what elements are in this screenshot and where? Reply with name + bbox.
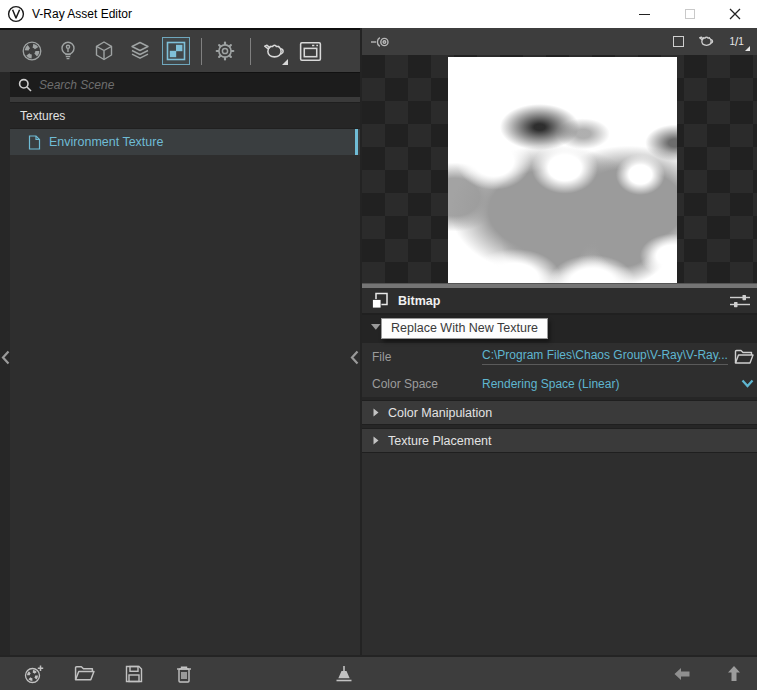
toolbar-divider bbox=[250, 38, 251, 65]
open-file-button[interactable] bbox=[73, 663, 95, 685]
color-space-value[interactable]: Rendering Space (Linear) bbox=[482, 377, 741, 391]
collapse-properties-chevron[interactable] bbox=[350, 350, 359, 365]
texture-slot-row: Replace With New Texture bbox=[362, 315, 757, 343]
open-folder-icon bbox=[734, 349, 754, 365]
swatch-square-icon bbox=[673, 36, 684, 47]
section-color-manipulation[interactable]: Color Manipulation bbox=[362, 400, 757, 425]
delete-button[interactable] bbox=[173, 663, 195, 685]
file-field-row: File C:\Program Files\Chaos Group\V-Ray\… bbox=[362, 343, 757, 370]
frame-buffer-icon bbox=[297, 38, 324, 65]
preview-swatch-button[interactable] bbox=[673, 36, 684, 47]
maximize-icon bbox=[685, 9, 695, 19]
materials-tab[interactable] bbox=[18, 37, 46, 65]
close-button[interactable] bbox=[712, 0, 757, 28]
search-bar bbox=[10, 72, 360, 97]
render-teapot-icon bbox=[697, 32, 716, 51]
frame-ratio-button[interactable]: 1/1 bbox=[729, 35, 749, 49]
list-item-label: Environment Texture bbox=[49, 135, 163, 149]
save-button[interactable] bbox=[123, 663, 145, 685]
maximize-button[interactable] bbox=[667, 0, 712, 28]
texture-preview-image bbox=[448, 57, 677, 283]
preview-toolbar: 1/1 bbox=[362, 28, 757, 55]
selection-indicator bbox=[355, 129, 358, 155]
browse-file-button[interactable] bbox=[734, 349, 754, 365]
ratio-dropdown-icon bbox=[745, 46, 750, 51]
render-button[interactable] bbox=[260, 37, 288, 65]
properties-empty-area bbox=[362, 453, 757, 655]
properties-title: Bitmap bbox=[398, 294, 440, 308]
asset-panel: Textures Environment Texture bbox=[0, 28, 360, 655]
sliders-icon[interactable] bbox=[729, 293, 751, 309]
bitmap-header: Bitmap bbox=[362, 288, 757, 315]
delete-icon bbox=[174, 664, 194, 684]
back-button[interactable] bbox=[671, 663, 693, 685]
section-label: Texture Placement bbox=[388, 434, 492, 448]
color-space-dropdown-button[interactable] bbox=[741, 379, 754, 388]
list-item-environment-texture[interactable]: Environment Texture bbox=[10, 129, 360, 155]
file-label: File bbox=[362, 350, 482, 364]
preview-render-button[interactable] bbox=[697, 32, 716, 51]
materials-icon bbox=[20, 39, 44, 63]
layers-icon bbox=[128, 39, 152, 63]
vray-logo-icon bbox=[7, 5, 25, 23]
tooltip: Replace With New Texture bbox=[381, 318, 548, 339]
chevron-down-icon bbox=[741, 379, 754, 388]
vray-asset-editor-window: V-Ray Asset Editor bbox=[0, 0, 757, 690]
geometry-icon bbox=[92, 39, 116, 63]
search-input[interactable] bbox=[39, 78, 352, 92]
category-toolbar bbox=[0, 28, 360, 72]
asset-list-empty-area bbox=[10, 155, 360, 655]
titlebar: V-Ray Asset Editor bbox=[0, 0, 757, 28]
up-button[interactable] bbox=[723, 663, 745, 685]
search-icon bbox=[18, 78, 32, 92]
close-icon bbox=[729, 8, 741, 20]
slot-dropdown-icon[interactable] bbox=[371, 324, 381, 330]
live-preview-button[interactable] bbox=[370, 33, 392, 51]
render-dropdown-icon bbox=[282, 59, 288, 65]
properties-panel: 1/1 Bitmap bbox=[360, 28, 757, 655]
preview-checker-area bbox=[362, 55, 757, 283]
minimize-button[interactable] bbox=[622, 0, 667, 28]
live-preview-icon bbox=[370, 33, 392, 51]
settings-gear-icon bbox=[213, 39, 237, 63]
bitmap-icon bbox=[370, 291, 390, 311]
group-label: Textures bbox=[20, 109, 65, 123]
back-arrow-icon bbox=[673, 667, 691, 681]
expand-arrow-icon bbox=[373, 436, 379, 445]
layers-tab[interactable] bbox=[126, 37, 154, 65]
add-asset-button[interactable] bbox=[23, 663, 45, 685]
geometry-tab[interactable] bbox=[90, 37, 118, 65]
textures-group-header: Textures bbox=[10, 103, 360, 129]
open-folder-icon bbox=[74, 665, 95, 682]
up-arrow-icon bbox=[727, 665, 741, 682]
add-asset-icon bbox=[23, 663, 45, 685]
expand-arrow-icon bbox=[373, 408, 379, 417]
color-space-label: Color Space bbox=[362, 377, 482, 391]
file-path-value[interactable]: C:\Program Files\Chaos Group\V-Ray\V-Ray… bbox=[482, 348, 728, 365]
frame-buffer-button[interactable] bbox=[296, 37, 324, 65]
textures-tab[interactable] bbox=[162, 37, 190, 65]
minimize-icon bbox=[639, 14, 650, 15]
purge-broom-icon bbox=[333, 663, 355, 685]
settings-button[interactable] bbox=[211, 37, 239, 65]
section-texture-placement[interactable]: Texture Placement bbox=[362, 428, 757, 453]
toolbar-divider bbox=[201, 38, 202, 65]
frame-denominator: 1 bbox=[738, 36, 744, 47]
window-title: V-Ray Asset Editor bbox=[32, 7, 132, 21]
collapse-left-panel-chevron[interactable] bbox=[1, 350, 10, 365]
textures-icon bbox=[164, 39, 188, 63]
lights-tab[interactable] bbox=[54, 37, 82, 65]
bottom-toolbar bbox=[0, 655, 757, 690]
texture-file-icon bbox=[28, 135, 41, 150]
purge-button[interactable] bbox=[333, 663, 355, 685]
save-icon bbox=[124, 664, 144, 684]
lights-icon bbox=[56, 39, 80, 63]
color-space-row: Color Space Rendering Space (Linear) bbox=[362, 370, 757, 397]
section-label: Color Manipulation bbox=[388, 406, 492, 420]
